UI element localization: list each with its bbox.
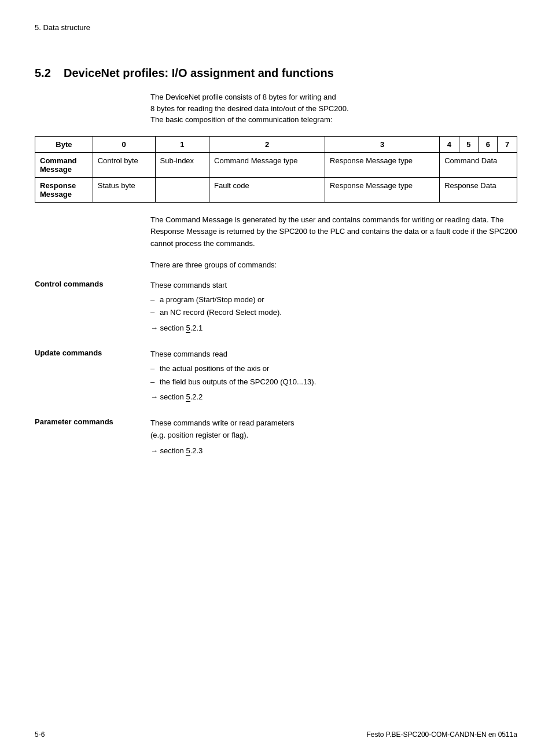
three-groups-text: There are three groups of commands: [150,260,517,269]
control-ref: → section 5.2.1 [150,322,517,335]
col-5: 5 [459,136,478,152]
resp-byte3: Response Message type [325,177,440,202]
control-commands-label: Control commands [35,280,150,335]
update-commands-section: Update commands These commands read the … [35,348,517,403]
control-items: a program (Start/Stop mode) or an NC rec… [150,294,517,320]
parameter-intro: These commands write or read parameters(… [150,417,517,442]
table-row-command: CommandMessage Control byte Sub-index Co… [35,152,517,177]
table-row-response: ResponseMessage Status byte Fault code R… [35,177,517,202]
cmd-byte3: Response Message type [325,152,440,177]
control-commands-section: Control commands These commands start a … [35,280,517,335]
update-commands-content: These commands read the actual positions… [150,348,517,403]
parameter-commands-label: Parameter commands [35,417,150,457]
resp-byte1 [155,177,209,202]
section-breadcrumb: 5. Data structure [35,23,517,32]
resp-byte0: Status byte [93,177,155,202]
col-0: 0 [93,136,155,152]
parameter-ref: → section 5.2.3 [150,445,517,457]
cmd-byte1: Sub-index [155,152,209,177]
list-item: an NC record (Record Select mode). [150,307,517,319]
update-commands-label: Update commands [35,348,150,403]
resp-label: ResponseMessage [35,177,93,202]
update-ref: → section 5.2.2 [150,391,517,403]
page-number: 5-6 [35,731,45,739]
col-byte: Byte [35,136,93,152]
intro-text: The DeviceNet profile consists of 8 byte… [150,91,517,126]
col-1: 1 [155,136,209,152]
cmd-data: Command Data [440,152,517,177]
parameter-commands-content: These commands write or read parameters(… [150,417,517,457]
update-intro: These commands read [150,348,517,361]
cmd-label: CommandMessage [35,152,93,177]
resp-data: Response Data [440,177,517,202]
col-4: 4 [440,136,459,152]
list-item: the field bus outputs of the SPC200 (Q10… [150,376,517,388]
update-items: the actual positions of the axis or the … [150,363,517,388]
section-title: 5.2 DeviceNet profiles: I/O assignment a… [35,67,517,80]
cmd-byte0: Control byte [93,152,155,177]
io-table: Byte 0 1 2 3 4 5 6 7 CommandMessage Cont… [35,136,517,203]
resp-byte2: Fault code [209,177,325,202]
document-id: Festo P.BE-SPC200-COM-CANDN-EN en 0511a [366,731,517,739]
list-item: a program (Start/Stop mode) or [150,294,517,306]
col-6: 6 [479,136,498,152]
command-description: The Command Message is generated by the … [150,214,517,250]
control-commands-content: These commands start a program (Start/St… [150,280,517,335]
col-2: 2 [209,136,325,152]
list-item: the actual positions of the axis or [150,363,517,375]
parameter-commands-section: Parameter commands These commands write … [35,417,517,457]
page-footer: 5-6 Festo P.BE-SPC200-COM-CANDN-EN en 05… [0,731,552,739]
col-3: 3 [325,136,440,152]
cmd-byte2: Command Message type [209,152,325,177]
control-intro: These commands start [150,280,517,292]
col-7: 7 [498,136,517,152]
